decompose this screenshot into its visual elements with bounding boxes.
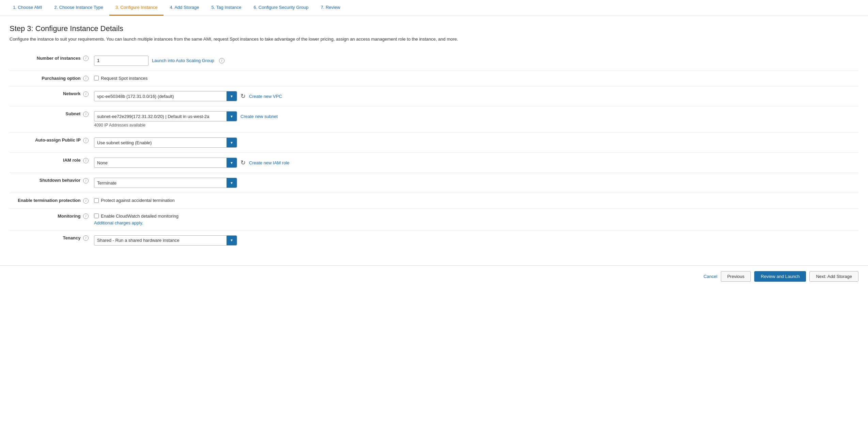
label-iam-role: IAM role [63, 158, 80, 163]
main-content: Step 3: Configure Instance Details Confi… [0, 16, 868, 259]
info-icon-tenancy[interactable]: i [83, 235, 89, 241]
tenancy-value: Shared - Run a shared hardware instance [97, 238, 223, 243]
row-auto-assign-public-ip: Auto-assign Public IP i Use subnet setti… [10, 133, 858, 153]
info-icon-iam-role[interactable]: i [83, 158, 89, 163]
termination-protection-text: Protect against accidental termination [101, 198, 175, 203]
info-icon-shutdown-behavior[interactable]: i [83, 178, 89, 183]
termination-protection-label[interactable]: Protect against accidental termination [94, 198, 856, 203]
subnet-select-wrapper[interactable]: subnet-ee72e299(172.31.32.0/20) | Defaul… [94, 111, 237, 121]
network-select-wrapper[interactable]: vpc-ee50348b (172.31.0.0/16) (default) ▼ [94, 91, 237, 101]
label-subnet: Subnet [65, 111, 80, 116]
additional-charges-link[interactable]: Additional charges apply. [94, 220, 143, 225]
iam-role-select-wrapper[interactable]: None ▼ [94, 158, 237, 168]
refresh-network-icon[interactable]: ↻ [241, 93, 246, 99]
tab-tag-instance[interactable]: 5. Tag Instance [205, 0, 247, 16]
iam-role-value: None [97, 160, 223, 165]
info-icon-network[interactable]: i [83, 91, 89, 97]
monitoring-checkbox[interactable] [94, 214, 99, 218]
info-icon-number-of-instances[interactable]: i [83, 56, 89, 61]
auto-assign-ip-value: Use subnet setting (Enable) [97, 140, 223, 145]
subnet-ip-info: 4090 IP Addresses available [94, 123, 856, 128]
subnet-select-value: subnet-ee72e299(172.31.32.0/20) | Defaul… [97, 114, 223, 119]
create-new-subnet-link[interactable]: Create new subnet [241, 114, 278, 119]
monitoring-label[interactable]: Enable CloudWatch detailed monitoring [94, 214, 856, 219]
label-number-of-instances: Number of instances [37, 56, 81, 61]
row-subnet: Subnet i subnet-ee72e299(172.31.32.0/20)… [10, 106, 858, 133]
request-spot-instances-checkbox[interactable] [94, 76, 99, 80]
network-select-value: vpc-ee50348b (172.31.0.0/16) (default) [97, 94, 223, 99]
info-icon-termination-protection[interactable]: i [83, 198, 89, 204]
label-monitoring: Monitoring [58, 214, 80, 219]
row-tenancy: Tenancy i Shared - Run a shared hardware… [10, 230, 858, 250]
tab-add-storage[interactable]: 4. Add Storage [164, 0, 205, 16]
previous-button[interactable]: Previous [721, 271, 751, 282]
monitoring-text: Enable CloudWatch detailed monitoring [101, 214, 179, 219]
label-auto-assign-public-ip: Auto-assign Public IP [35, 137, 80, 143]
termination-protection-checkbox[interactable] [94, 198, 99, 203]
row-number-of-instances: Number of instances i Launch into Auto S… [10, 51, 858, 71]
tab-review[interactable]: 7. Review [315, 0, 346, 16]
shutdown-behavior-value: Terminate [97, 180, 223, 186]
refresh-iam-icon[interactable]: ↻ [241, 160, 246, 166]
label-purchasing-option: Purchasing option [42, 76, 80, 81]
row-monitoring: Monitoring i Enable CloudWatch detailed … [10, 208, 858, 230]
tab-configure-instance[interactable]: 3. Configure Instance [109, 0, 164, 16]
label-tenancy: Tenancy [63, 235, 81, 240]
row-termination-protection: Enable termination protection i Protect … [10, 193, 858, 209]
row-shutdown-behavior: Shutdown behavior i Terminate ▼ [10, 173, 858, 193]
page-description: Configure the instance to suit your requ… [10, 36, 858, 43]
configure-instance-form: Number of instances i Launch into Auto S… [10, 51, 858, 250]
bottom-bar: Cancel Previous Review and Launch Next: … [0, 265, 868, 287]
auto-assign-ip-select-wrapper[interactable]: Use subnet setting (Enable) ▼ [94, 137, 237, 148]
tenancy-select-wrapper[interactable]: Shared - Run a shared hardware instance … [94, 235, 237, 246]
create-new-vpc-link[interactable]: Create new VPC [249, 94, 282, 99]
tab-choose-instance-type[interactable]: 2. Choose Instance Type [48, 0, 109, 16]
row-purchasing-option: Purchasing option i Request Spot instanc… [10, 71, 858, 86]
tab-configure-security-group[interactable]: 6. Configure Security Group [247, 0, 314, 16]
row-iam-role: IAM role i None ▼ ↻ Create new IAM role [10, 153, 858, 173]
info-icon-auto-assign-public-ip[interactable]: i [83, 138, 89, 143]
request-spot-instances-text: Request Spot instances [101, 76, 148, 81]
label-termination-protection: Enable termination protection [18, 198, 80, 203]
wizard-tabs: 1. Choose AMI 2. Choose Instance Type 3.… [0, 0, 868, 16]
next-add-storage-button[interactable]: Next: Add Storage [809, 271, 858, 282]
review-and-launch-button[interactable]: Review and Launch [754, 271, 806, 282]
create-new-iam-role-link[interactable]: Create new IAM role [249, 160, 290, 165]
info-icon-subnet[interactable]: i [83, 112, 89, 117]
row-network: Network i vpc-ee50348b (172.31.0.0/16) (… [10, 86, 858, 106]
info-icon-auto-scaling[interactable]: i [219, 58, 224, 63]
request-spot-instances-label[interactable]: Request Spot instances [94, 76, 856, 81]
info-icon-monitoring[interactable]: i [83, 214, 89, 219]
page-title: Step 3: Configure Instance Details [10, 24, 858, 33]
number-of-instances-input[interactable] [94, 56, 149, 66]
label-network: Network [63, 91, 80, 96]
info-icon-purchasing-option[interactable]: i [83, 76, 89, 81]
launch-auto-scaling-link[interactable]: Launch into Auto Scaling Group [152, 58, 214, 63]
cancel-button[interactable]: Cancel [703, 274, 717, 279]
tab-choose-ami[interactable]: 1. Choose AMI [7, 0, 48, 16]
shutdown-behavior-select-wrapper[interactable]: Terminate ▼ [94, 178, 237, 188]
label-shutdown-behavior: Shutdown behavior [40, 178, 81, 183]
